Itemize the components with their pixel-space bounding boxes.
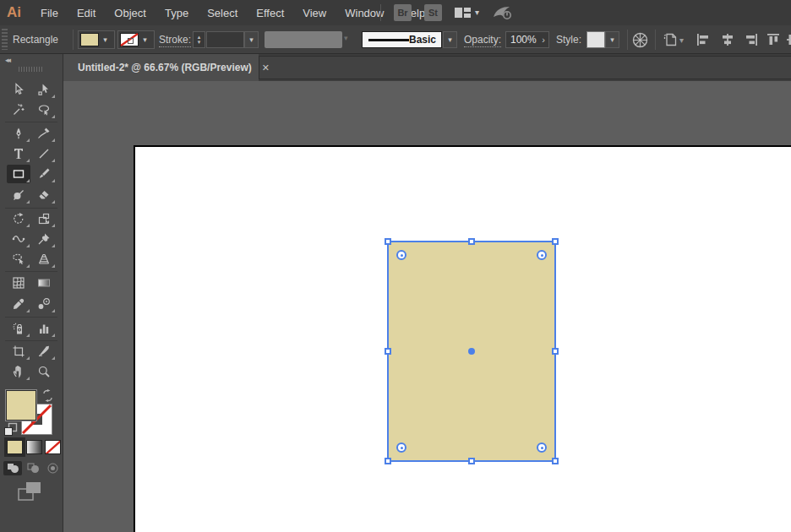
corner-widget-bottom-right[interactable] xyxy=(537,442,547,453)
handle-top-center[interactable] xyxy=(468,238,475,245)
panel-grip[interactable] xyxy=(19,67,44,72)
tool-shaper[interactable] xyxy=(7,186,30,204)
stroke-color-dropdown[interactable]: ▾ xyxy=(117,30,155,49)
tool-column-graph[interactable] xyxy=(32,319,56,338)
handle-middle-left[interactable] xyxy=(385,348,391,355)
handle-bottom-left[interactable] xyxy=(385,458,391,464)
tool-hand[interactable] xyxy=(7,362,30,381)
swap-fill-stroke-icon[interactable] xyxy=(41,389,54,402)
control-bar-grip[interactable] xyxy=(2,29,8,50)
tool-symbol-sprayer[interactable] xyxy=(7,319,30,338)
tool-width[interactable] xyxy=(7,230,30,248)
handle-bottom-right[interactable] xyxy=(552,458,559,464)
expand-icon[interactable]: › xyxy=(542,35,545,45)
style-dropdown-button[interactable]: ▾ xyxy=(605,31,619,48)
tool-eyedropper[interactable] xyxy=(7,295,30,313)
corner-widget-top-left[interactable] xyxy=(396,250,406,260)
menu-select[interactable]: Select xyxy=(198,7,247,19)
tool-direct-selection[interactable] xyxy=(32,80,56,99)
tool-rectangle[interactable] xyxy=(7,165,30,183)
slice-tool-icon xyxy=(37,345,51,358)
align-right-button[interactable] xyxy=(744,32,759,47)
handle-top-right[interactable] xyxy=(552,238,559,245)
tool-pen[interactable] xyxy=(7,124,30,143)
stroke-weight-input[interactable] xyxy=(206,31,244,48)
none-mode-button[interactable] xyxy=(45,440,61,454)
selected-rectangle[interactable] xyxy=(387,241,556,462)
stroke-swatch-none[interactable] xyxy=(120,33,139,46)
tool-selection[interactable] xyxy=(7,80,30,99)
tool-lasso[interactable] xyxy=(32,100,56,119)
brush-definition-dropdown[interactable]: Basic xyxy=(362,31,442,48)
opacity-label[interactable]: Opacity: xyxy=(464,34,501,47)
canvas-pasteboard[interactable] xyxy=(63,81,791,532)
align-vcenter-button[interactable] xyxy=(785,32,791,47)
tool-eraser[interactable] xyxy=(32,186,56,204)
menu-edit[interactable]: Edit xyxy=(68,7,105,19)
handle-middle-right[interactable] xyxy=(552,348,559,355)
brush-dropdown-button[interactable]: ▾ xyxy=(443,31,457,48)
screen-mode-button[interactable] xyxy=(18,481,43,502)
graphic-style-swatch[interactable] xyxy=(586,31,605,48)
fill-proxy[interactable] xyxy=(6,390,36,421)
menu-view[interactable]: View xyxy=(293,7,335,19)
draw-normal-button[interactable] xyxy=(3,461,22,475)
tool-curvature[interactable] xyxy=(32,124,56,143)
tool-artboard[interactable] xyxy=(7,342,30,361)
menubar-divider xyxy=(380,4,381,21)
center-point[interactable] xyxy=(468,348,475,355)
collapse-panel-button[interactable]: ◂◂ xyxy=(5,56,9,64)
stroke-weight-stepper[interactable]: ▴▾ xyxy=(193,31,205,48)
align-left-button[interactable] xyxy=(696,32,711,47)
tool-magic-wand[interactable] xyxy=(7,100,30,119)
document-tab[interactable]: Untitled-2* @ 66.67% (RGB/Preview) ✕ xyxy=(63,54,259,81)
default-fill-stroke-icon[interactable] xyxy=(3,422,18,437)
recolor-artwork-button[interactable] xyxy=(632,32,648,48)
tool-gradient[interactable] xyxy=(32,274,56,292)
opacity-input[interactable]: 100% › xyxy=(505,31,549,48)
color-mode-button[interactable] xyxy=(7,440,23,454)
bridge-button[interactable]: Br xyxy=(394,4,412,21)
draw-inside-button[interactable] xyxy=(43,461,62,475)
tool-zoom[interactable] xyxy=(32,362,56,381)
fill-swatch[interactable] xyxy=(80,33,99,46)
menu-type[interactable]: Type xyxy=(155,7,198,19)
tab-close-icon[interactable]: ✕ xyxy=(262,62,270,73)
tool-type[interactable] xyxy=(7,144,30,163)
handle-top-left[interactable] xyxy=(385,238,391,245)
shape-properties-button[interactable] xyxy=(663,32,678,47)
corner-widget-bottom-left[interactable] xyxy=(396,442,406,453)
tool-paintbrush[interactable] xyxy=(32,165,56,183)
tool-mesh[interactable] xyxy=(7,274,30,292)
tool-line-segment[interactable] xyxy=(32,144,56,163)
stroke-weight-label[interactable]: Stroke: xyxy=(159,34,191,47)
workspace-switcher[interactable]: ▾ xyxy=(455,6,479,19)
tool-scale[interactable] xyxy=(32,209,56,228)
tool-shape-builder[interactable] xyxy=(7,250,30,269)
align-center-button[interactable] xyxy=(720,32,735,47)
tool-perspective-grid[interactable] xyxy=(32,250,56,269)
draw-inside-icon xyxy=(46,463,59,474)
magic-wand-icon xyxy=(12,103,25,117)
divider xyxy=(655,30,656,50)
tool-puppet-warp[interactable] xyxy=(32,230,56,248)
cc-sync-icon[interactable] xyxy=(492,4,512,21)
menu-file[interactable]: File xyxy=(31,7,68,19)
chevron-down-icon: ▾ xyxy=(475,8,479,17)
tool-blend[interactable] xyxy=(32,295,56,313)
tool-slice[interactable] xyxy=(32,342,56,361)
menu-object[interactable]: Object xyxy=(105,7,155,19)
stock-button[interactable]: St xyxy=(424,4,442,21)
align-top-button[interactable] xyxy=(766,32,781,47)
fill-color-dropdown[interactable]: ▾ xyxy=(78,30,115,49)
direct-selection-tool-icon xyxy=(37,83,51,96)
stroke-weight-dropdown[interactable]: ▾ xyxy=(244,31,259,48)
handle-bottom-center[interactable] xyxy=(468,458,475,464)
gradient-mode-button[interactable] xyxy=(26,440,42,454)
menu-effect[interactable]: Effect xyxy=(247,7,293,19)
corner-widget-top-right[interactable] xyxy=(537,250,547,260)
recolor-artwork-icon xyxy=(632,32,648,48)
tool-rotate[interactable] xyxy=(7,209,30,228)
pen-tool-icon xyxy=(12,127,25,140)
draw-behind-button[interactable] xyxy=(24,461,42,475)
